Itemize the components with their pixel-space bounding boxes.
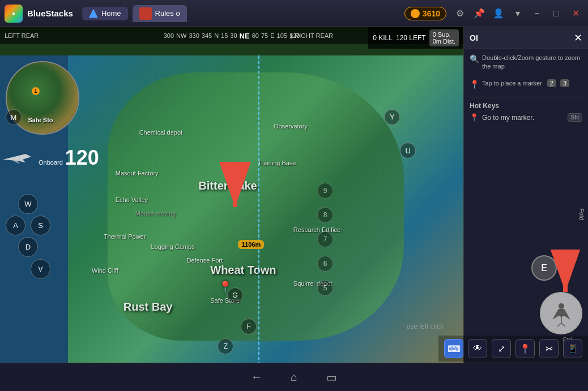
s-key[interactable]: S (31, 216, 50, 235)
oi-divider-1 (470, 97, 582, 97)
oi-close-button[interactable]: ✕ (574, 32, 582, 44)
expand-button[interactable]: ⤢ (492, 339, 511, 358)
window-bottom-bar: ← ⌂ ▭ (0, 363, 588, 391)
plane-icon (0, 148, 34, 168)
oi-marker-icon: 📍 (470, 80, 479, 89)
oi-hint-zoom: 🔍 Double-click/Zoom gesture to zoom the … (470, 54, 582, 76)
svg-line-9 (561, 323, 565, 326)
hotkeys-title: Hot Keys (470, 102, 582, 110)
map-distance-badge: 1106m (238, 240, 264, 249)
compass-75: 75 (261, 32, 268, 39)
recent-button[interactable]: ▭ (321, 367, 342, 388)
fold-label: Fold (578, 208, 585, 220)
map-grid (68, 55, 463, 391)
w-key[interactable]: W (18, 194, 38, 214)
dist-label: 0m Dist. (433, 38, 455, 45)
compass-bar: ▼ 854m LEFT REAR 300 NW 330 345 N 15 30 … (0, 27, 463, 44)
pin-button[interactable]: 📌 (471, 6, 487, 22)
num-8-key[interactable]: 8 (317, 207, 333, 223)
oi-content: 🔍 Double-click/Zoom gesture to zoom the … (464, 49, 588, 130)
close-button[interactable]: ✕ (568, 6, 583, 22)
onboard-count-group: Onboard 120 (39, 146, 99, 170)
svg-point-4 (559, 303, 564, 309)
bluestacks-logo: ● (5, 5, 23, 23)
hotkey-shift-key: Shi (568, 113, 582, 122)
profile-button[interactable]: 👤 (491, 6, 506, 22)
num-5-key[interactable]: 5 (317, 280, 333, 296)
a-key[interactable]: A (6, 216, 25, 235)
oi-hint-marker: 📍 Tap to place a marker 2 3 (470, 79, 582, 92)
flight-path-line (258, 55, 259, 391)
hotkeys-section: Hot Keys 📍 Go to my marker. Shi (470, 102, 582, 122)
home-icon (89, 9, 98, 18)
phone-button[interactable]: 📱 (563, 339, 582, 358)
m-key[interactable]: M (6, 109, 22, 125)
kill-count: 0 KILL (373, 34, 393, 42)
compass-n: N (214, 32, 219, 39)
hotkey-goto-text: Go to my marker. (482, 114, 534, 122)
coin-icon (411, 9, 420, 18)
hotkey-goto-marker: 📍 Go to my marker. Shi (470, 113, 582, 122)
compass-ne: NE (240, 32, 250, 40)
sup-label: 0 Sup. (433, 31, 455, 38)
oi-badge-3: 3 (560, 79, 569, 87)
oi-header: OI ✕ (464, 27, 588, 49)
compass-15: 15 (221, 32, 228, 39)
title-controls: ⚙ 📌 👤 ▾ − □ ✕ (452, 6, 583, 22)
compass-345: 345 (202, 32, 212, 39)
maximize-button[interactable]: □ (548, 6, 564, 22)
e-key[interactable]: E (531, 255, 557, 281)
minimap-safe-store: Safe Sto (28, 117, 57, 123)
game-tab[interactable]: Rules o (133, 5, 187, 22)
title-bar: ● BlueStacks Home Rules o 3610 ⚙ 📌 👤 ▾ −… (0, 0, 588, 27)
coin-display: 3610 (404, 7, 446, 20)
sup-dist: 0 Sup. 0m Dist. (429, 29, 459, 46)
coin-count: 3610 (423, 9, 440, 18)
eye-button[interactable]: 👁 (468, 339, 487, 358)
game-tab-icon (139, 7, 152, 20)
map-container[interactable]: 1 Safe Sto M Onboard 120 W A (0, 55, 463, 391)
compass-e: E (270, 32, 274, 39)
location-button[interactable]: 📍 (515, 339, 535, 358)
compass-300: 300 (164, 32, 174, 39)
oi-hint-zoom-text: Double-click/Zoom gesture to zoom the ma… (482, 54, 582, 71)
settings-button[interactable]: ⚙ (452, 6, 468, 22)
app-name: BlueStacks (27, 8, 73, 18)
compass-330: 330 (189, 32, 199, 39)
g-key[interactable]: G (227, 287, 243, 303)
home-button[interactable]: Home (82, 7, 128, 20)
parachute-button[interactable] (540, 292, 582, 334)
left-rear-label: LEFT REAR (5, 32, 39, 39)
oi-badge-2: 2 (547, 79, 556, 87)
menu-button[interactable]: ▾ (510, 6, 526, 22)
parachute-icon (547, 299, 576, 328)
num-7-key[interactable]: 7 (317, 231, 333, 247)
scissors-button[interactable]: ✂ (539, 339, 559, 358)
onboard-display: Onboard 120 (0, 146, 99, 170)
compass-30: 30 (230, 32, 237, 39)
minimize-button[interactable]: − (529, 6, 545, 22)
game-tab-label: Rules o (155, 9, 180, 18)
d-key[interactable]: D (18, 237, 38, 257)
left-count: 120 LEFT (396, 34, 426, 42)
svg-line-8 (557, 323, 561, 326)
hud-bar: ▼ 854m LEFT REAR 300 NW 330 345 N 15 30 … (0, 27, 463, 55)
num-9-key[interactable]: 9 (317, 183, 333, 199)
right-rear-label: § RIGHT REAR (289, 32, 333, 39)
main-map[interactable]: Chemical depot Observatory Masout Factor… (68, 55, 463, 391)
home-label: Home (101, 9, 121, 18)
compass-inner: 300 NW 330 345 N 15 30 NE 60 75 E 105 12… (164, 32, 300, 40)
hotkey-marker-icon: 📍 (470, 113, 479, 122)
compass-105: 105 (277, 32, 287, 39)
use-left-click-hint: use left click (407, 323, 444, 330)
v-key[interactable]: V (31, 259, 50, 279)
keyboard-button[interactable]: ⌨ (444, 339, 463, 358)
back-button[interactable]: ← (246, 367, 267, 388)
kill-display: 0 KILL 120 LEFT 0 Sup. 0m Dist. (368, 27, 463, 49)
game-area[interactable]: ▼ 854m LEFT REAR 300 NW 330 345 N 15 30 … (0, 27, 463, 391)
num-6-key[interactable]: 6 (317, 256, 333, 272)
home-win-button[interactable]: ⌂ (284, 367, 304, 388)
minimap-number-marker: 1 (32, 87, 40, 95)
compass-nw: NW (176, 32, 186, 39)
compass-60: 60 (252, 32, 259, 39)
